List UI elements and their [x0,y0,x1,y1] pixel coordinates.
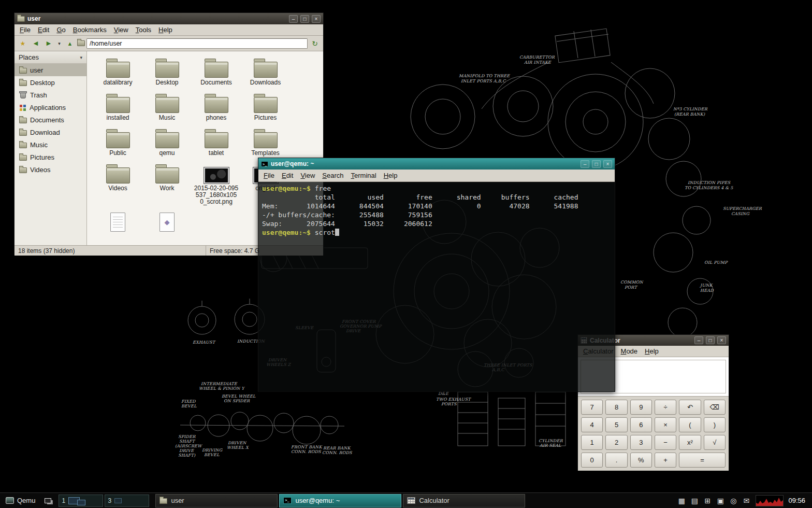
place-item[interactable]: Videos [15,163,86,176]
menu-item[interactable]: View [110,25,132,35]
file-item[interactable] [93,211,142,241]
file-item[interactable]: Pictures [241,93,290,122]
file-item[interactable]: datalibrary [93,58,142,87]
file-item[interactable]: Music [142,93,192,122]
chevron-down-icon[interactable]: ▾ [56,38,63,49]
minimize-button[interactable]: – [694,336,703,344]
back-icon[interactable]: ◀ [30,38,41,49]
key-8[interactable]: 8 [605,400,627,415]
place-item[interactable]: Download [15,126,86,138]
minimize-button[interactable]: – [581,160,589,168]
key-3[interactable]: 3 [630,435,652,450]
file-label: Work [160,185,175,192]
file-item[interactable]: phones [192,93,241,122]
menu-item[interactable]: File [260,171,278,180]
workspace-1[interactable]: 1 [59,495,103,507]
floppy-icon[interactable]: ▣ [716,497,725,505]
file-item[interactable]: Documents [192,58,241,87]
menu-item[interactable]: Terminal [347,171,380,180]
minimize-button[interactable]: – [289,15,298,23]
close-paren-button[interactable]: ) [704,417,726,432]
key-0[interactable]: 0 [581,453,603,468]
new-tab-icon[interactable]: ★ [17,38,28,49]
menu-item[interactable]: Edit [278,171,297,180]
place-item[interactable]: Documents [15,114,86,126]
menu-item[interactable]: Help [641,346,662,356]
equals-button[interactable]: = [679,453,726,468]
file-item[interactable]: 2015-02-20-095537_1680x1050_scrot.png [192,163,241,205]
file-item[interactable]: installed [93,93,142,122]
file-item[interactable]: qemu [142,128,192,157]
subtract-button[interactable]: − [655,435,676,450]
menu-item[interactable]: Tools [132,25,155,35]
file-item[interactable]: tablet [192,128,241,157]
maximize-button[interactable]: □ [300,15,309,23]
show-desktop-button[interactable] [41,495,54,507]
applications-menu-button[interactable]: Qemu [2,494,39,507]
file-item[interactable]: Downloads [241,58,290,87]
task-button[interactable]: user [155,494,278,507]
square-root-button[interactable]: √ [704,435,726,450]
decimal-button[interactable]: . [605,453,627,468]
maximize-button[interactable]: □ [592,160,601,168]
menu-item[interactable]: Help [380,171,401,180]
image-viewer-icon[interactable]: ▦ [677,497,686,505]
file-manager-titlebar[interactable]: user – □ × [15,13,323,24]
jump-icon[interactable]: ↻ [309,38,321,49]
percent-button[interactable]: % [630,453,652,468]
file-manager-icon[interactable]: ▤ [690,497,699,505]
place-item[interactable]: Trash [15,89,86,101]
terminal-output[interactable]: user@qemu:~$ free total used free shared… [258,182,615,392]
maximize-button[interactable]: □ [706,336,715,344]
menu-item[interactable]: Edit [34,25,53,35]
file-item[interactable]: Work [142,163,192,205]
menu-item[interactable]: Mode [617,346,642,356]
terminal-titlebar[interactable]: user@qemu: ~ – □ × [258,158,615,170]
network-icon[interactable]: ◎ [729,497,738,505]
key-9[interactable]: 9 [630,400,652,415]
open-paren-button[interactable]: ( [679,417,701,432]
place-item[interactable]: user [15,64,86,76]
menu-item[interactable]: View [297,171,318,180]
place-item[interactable]: Music [15,138,86,151]
menu-item[interactable]: Go [53,25,69,35]
key-4[interactable]: 4 [581,417,603,432]
add-button[interactable]: + [655,453,676,468]
menu-item[interactable]: Search [318,171,347,180]
file-item[interactable] [142,211,192,241]
forward-icon[interactable]: ▶ [43,38,54,49]
key-2[interactable]: 2 [605,435,627,450]
file-item[interactable]: Public [93,128,142,157]
square-button[interactable]: x² [679,435,701,450]
place-item[interactable]: Desktop [15,76,86,89]
file-label: Downloads [250,79,281,86]
terminal-text: Mem: 1014644 844504 170140 0 47028 54198… [262,202,578,210]
file-item[interactable]: Templates [241,128,290,157]
task-button[interactable]: user@qemu: ~ [279,494,401,507]
file-item[interactable]: Desktop [142,58,192,87]
places-header[interactable]: Places ▾ [15,51,86,64]
close-button[interactable]: × [312,15,321,23]
calculator-tray-icon[interactable]: ⊞ [703,497,712,505]
up-icon[interactable]: ▲ [64,38,76,49]
undo-button[interactable]: ↶ [679,400,701,415]
menu-item[interactable]: Help [155,25,176,35]
mail-icon[interactable]: ✉ [742,497,751,505]
close-button[interactable]: × [603,160,612,168]
backspace-button[interactable]: ⌫ [704,400,726,415]
path-input[interactable] [86,38,308,49]
workspace-2[interactable]: 3 [105,495,149,507]
file-item[interactable]: Videos [93,163,142,205]
key-5[interactable]: 5 [605,417,627,432]
key-7[interactable]: 7 [581,400,603,415]
multiply-button[interactable]: × [655,417,676,432]
key-1[interactable]: 1 [581,435,603,450]
menu-item[interactable]: File [16,25,34,35]
menu-item[interactable]: Bookmarks [69,25,110,35]
task-button[interactable]: Calculator [403,494,525,507]
place-item[interactable]: Pictures [15,151,86,163]
place-item[interactable]: Applications [15,101,86,114]
key-6[interactable]: 6 [630,417,652,432]
divide-button[interactable]: ÷ [655,400,676,415]
close-button[interactable]: × [717,336,726,344]
